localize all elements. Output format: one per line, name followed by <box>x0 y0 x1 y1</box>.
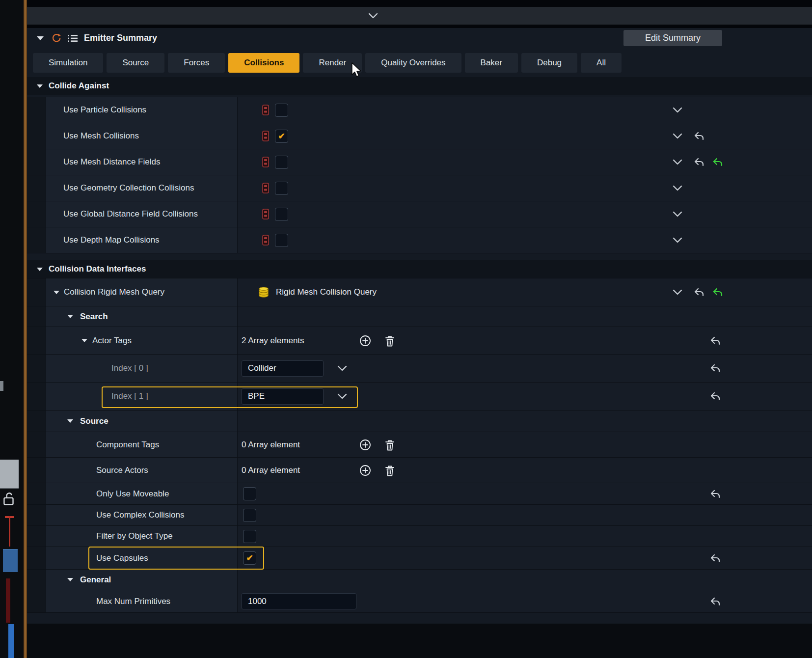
row-actor-tags-index-0: Index [ 0 ] <box>27 355 812 383</box>
tab-baker[interactable]: Baker <box>465 53 518 73</box>
revert-icon[interactable] <box>710 392 721 401</box>
max-num-primitives-input[interactable] <box>242 593 356 609</box>
chevron-down-icon[interactable] <box>337 393 347 399</box>
add-element-icon[interactable] <box>359 464 372 477</box>
chevron-down-icon[interactable] <box>673 159 682 165</box>
chevron-down-icon[interactable] <box>368 13 378 19</box>
subsection-general[interactable]: General <box>27 570 812 590</box>
data-interface-icon <box>257 286 270 299</box>
property-label: Use Particle Collisions <box>46 105 146 115</box>
subsection-source[interactable]: Source <box>27 411 812 432</box>
row-gutter <box>27 278 46 306</box>
collapse-triangle-icon[interactable] <box>67 578 73 581</box>
property-label: Use Global Distance Field Collisions <box>46 209 198 219</box>
property-label: Use Complex Collisions <box>46 510 185 520</box>
chevron-down-icon[interactable] <box>673 289 682 295</box>
row-gutter <box>27 327 46 354</box>
row-gutter <box>27 227 46 253</box>
revert-green-icon[interactable] <box>712 288 723 297</box>
revert-icon[interactable] <box>710 336 721 345</box>
left-panel-strip <box>0 0 24 658</box>
row-source-actors: Source Actors 0 Array element <box>27 458 812 483</box>
tab-simulation[interactable]: Simulation <box>33 53 103 73</box>
checkbox[interactable] <box>275 234 288 247</box>
row-only-use-moveable: Only Use Moveable <box>27 483 812 505</box>
property-label: Only Use Moveable <box>46 489 169 499</box>
subsection-search[interactable]: Search <box>27 306 812 327</box>
revert-icon[interactable] <box>694 132 704 140</box>
row-gutter <box>27 175 46 201</box>
add-element-icon[interactable] <box>359 334 372 347</box>
data-interface-name: Rigid Mesh Collision Query <box>276 287 377 297</box>
property-label: Use Mesh Collisions <box>46 131 139 141</box>
clear-array-icon[interactable] <box>384 464 396 477</box>
chevron-down-icon[interactable] <box>673 237 682 243</box>
chevron-down-icon[interactable] <box>337 365 347 371</box>
property-label: Source Actors <box>46 466 148 475</box>
checkbox[interactable] <box>275 104 288 117</box>
collapse-triangle-icon[interactable] <box>67 315 73 318</box>
row-gutter <box>27 355 46 382</box>
mouse-cursor <box>350 62 364 81</box>
checkbox[interactable] <box>243 509 256 522</box>
page-title: Emitter Summary <box>84 33 157 43</box>
add-element-icon[interactable] <box>359 439 372 451</box>
revert-icon[interactable] <box>710 597 721 606</box>
emitter-cycle-icon <box>52 33 61 43</box>
row-use-mesh-collisions: Use Mesh Collisions ✔ <box>27 123 812 149</box>
row-actor-tags: Actor Tags 2 Array elements <box>27 327 812 355</box>
section-collide-against[interactable]: Collide Against <box>27 77 812 95</box>
chevron-down-icon[interactable] <box>673 133 682 139</box>
collapse-bar[interactable] <box>27 7 812 25</box>
row-use-particle-collisions: Use Particle Collisions <box>27 97 812 123</box>
checkbox[interactable] <box>275 182 288 195</box>
chevron-down-icon[interactable] <box>673 211 682 217</box>
checkbox[interactable]: ✔ <box>275 130 288 143</box>
edit-condition-icon <box>262 131 269 141</box>
timeline-blue-bar <box>8 624 14 658</box>
revert-icon[interactable] <box>694 288 704 297</box>
row-gutter <box>27 201 46 227</box>
row-use-mesh-distance-fields: Use Mesh Distance Fields <box>27 149 812 175</box>
checkbox[interactable] <box>275 156 288 169</box>
checkbox[interactable]: ✔ <box>243 551 256 565</box>
tag-input[interactable] <box>242 360 324 377</box>
revert-icon[interactable] <box>710 490 721 498</box>
collapse-triangle-icon[interactable] <box>54 291 59 294</box>
revert-icon[interactable] <box>694 158 704 166</box>
clear-array-icon[interactable] <box>384 334 396 347</box>
row-gutter <box>27 590 46 612</box>
collapse-triangle-icon[interactable] <box>81 339 87 342</box>
collapse-triangle-icon[interactable] <box>37 36 44 40</box>
unlock-icon[interactable] <box>2 491 15 507</box>
row-gutter <box>27 570 46 590</box>
chevron-down-icon[interactable] <box>673 107 682 113</box>
summary-list-icon <box>67 34 78 43</box>
collapse-triangle-icon[interactable] <box>67 419 73 423</box>
tab-forces[interactable]: Forces <box>168 53 225 73</box>
checkbox[interactable] <box>243 487 256 500</box>
row-filter-by-object-type: Filter by Object Type <box>27 526 812 547</box>
property-label: Use Mesh Distance Fields <box>46 157 160 167</box>
revert-icon[interactable] <box>710 364 721 373</box>
panel-splitter[interactable] <box>24 0 27 658</box>
tab-quality-overrides[interactable]: Quality Overrides <box>365 53 461 73</box>
tab-all[interactable]: All <box>581 53 622 73</box>
clear-array-icon[interactable] <box>384 439 396 451</box>
section-collision-data-interfaces[interactable]: Collision Data Interfaces <box>27 260 812 278</box>
tab-debug[interactable]: Debug <box>521 53 577 73</box>
checkbox[interactable] <box>275 208 288 221</box>
chevron-down-icon[interactable] <box>673 185 682 191</box>
collapse-triangle-icon[interactable] <box>37 268 43 271</box>
tab-source[interactable]: Source <box>107 53 164 73</box>
row-gutter <box>27 123 46 149</box>
collapse-triangle-icon[interactable] <box>37 84 43 88</box>
edit-summary-button[interactable]: Edit Summary <box>623 30 722 46</box>
property-label: Index [ 1 ] <box>46 391 148 401</box>
revert-green-icon[interactable] <box>712 158 723 166</box>
tab-collisions[interactable]: Collisions <box>228 53 299 73</box>
row-gutter <box>27 526 46 547</box>
revert-icon[interactable] <box>710 554 721 563</box>
tag-input[interactable] <box>242 388 324 405</box>
checkbox[interactable] <box>243 530 256 543</box>
